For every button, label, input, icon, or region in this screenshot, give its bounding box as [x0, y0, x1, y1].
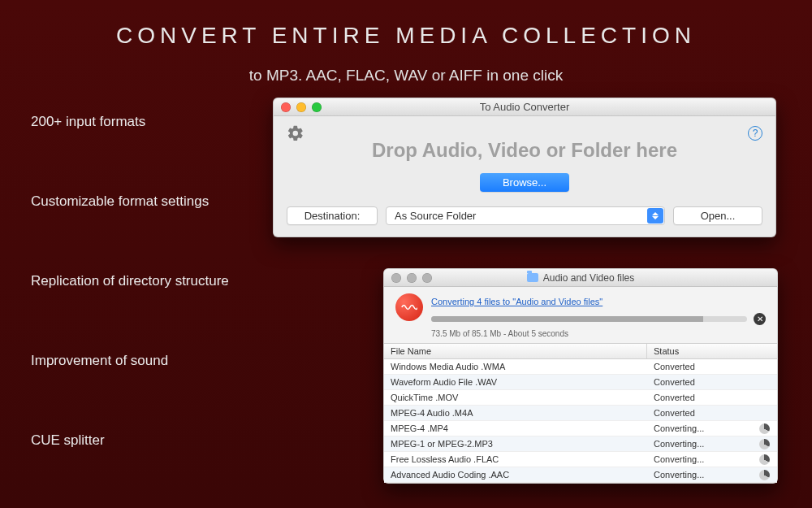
table-row[interactable]: Free Lossless Audio .FLACConverting... — [384, 452, 777, 467]
cell-spinner — [751, 439, 777, 449]
column-header-status[interactable]: Status — [647, 344, 777, 358]
cell-status: Converting... — [647, 467, 751, 482]
progress-subtext: 73.5 Mb of 85.1 Mb - About 5 seconds — [431, 329, 766, 338]
cell-filename: Windows Media Audio .WMA — [384, 359, 647, 374]
app-icon — [395, 293, 423, 321]
feature-item: CUE splitter — [31, 432, 229, 449]
gear-icon[interactable] — [287, 124, 304, 142]
cell-status: Converted — [647, 406, 751, 420]
column-header-name[interactable]: File Name — [384, 344, 647, 358]
spinner-icon — [759, 470, 770, 480]
hero-title: CONVERT ENTIRE MEDIA COLLECTION — [0, 0, 812, 49]
cell-status: Converted — [647, 359, 751, 374]
cell-status: Converted — [647, 390, 751, 405]
window-title: Audio and Video files — [543, 272, 635, 284]
hero-subtitle: to MP3. AAC, FLAC, WAV or AIFF in one cl… — [0, 67, 812, 85]
table-row[interactable]: MPEG-1 or MPEG-2.MP3Converting... — [384, 436, 777, 452]
feature-item: Customizable format settings — [31, 193, 229, 210]
cancel-icon[interactable]: ✕ — [754, 313, 766, 325]
feature-item: 200+ input formats — [31, 114, 229, 130]
titlebar: To Audio Converter — [274, 98, 775, 116]
drop-zone-label[interactable]: Drop Audio, Video or Folder here — [287, 139, 762, 162]
cell-spinner — [751, 454, 777, 465]
cell-spinner — [751, 423, 777, 434]
destination-button[interactable]: Destination: — [287, 206, 378, 225]
cell-filename: MPEG-4 .MP4 — [384, 421, 647, 436]
table-row[interactable]: QuickTime .MOVConverted — [384, 390, 777, 406]
cell-filename: Advanced Audio Coding .AAC — [384, 467, 647, 482]
cell-filename: MPEG-1 or MPEG-2.MP3 — [384, 436, 647, 451]
cell-filename: Free Lossless Audio .FLAC — [384, 452, 647, 467]
cell-status: Converted — [647, 375, 751, 389]
table-row[interactable]: MPEG-4 Audio .M4AConverted — [384, 406, 777, 421]
cell-status: Converting... — [647, 421, 751, 436]
feature-item: Improvement of sound — [31, 353, 229, 369]
progress-title-link[interactable]: Converting 4 files to "Audio and Video f… — [431, 297, 603, 306]
cell-filename: QuickTime .MOV — [384, 390, 647, 405]
table-row[interactable]: Windows Media Audio .WMAConverted — [384, 359, 777, 375]
feature-item: Replication of directory structure — [31, 273, 229, 289]
table-body: Windows Media Audio .WMAConvertedWavefor… — [384, 359, 777, 483]
help-icon[interactable]: ? — [748, 126, 762, 141]
browse-button[interactable]: Browse... — [480, 173, 569, 192]
cell-filename: Waveform Audio File .WAV — [384, 375, 647, 389]
progress-bar — [431, 316, 747, 322]
folder-icon — [527, 273, 538, 282]
spinner-icon — [759, 454, 770, 465]
cell-spinner — [751, 470, 777, 480]
titlebar: Audio and Video files — [384, 269, 777, 287]
spinner-icon — [759, 423, 770, 434]
progress-window: Audio and Video files Converting 4 files… — [383, 268, 778, 484]
cell-filename: MPEG-4 Audio .M4A — [384, 406, 647, 420]
table-row[interactable]: Advanced Audio Coding .AACConverting... — [384, 467, 777, 483]
cell-status: Converting... — [647, 436, 751, 451]
table-header: File Name Status — [384, 343, 777, 359]
spinner-icon — [759, 439, 770, 449]
table-row[interactable]: Waveform Audio File .WAVConverted — [384, 375, 777, 390]
table-row[interactable]: MPEG-4 .MP4Converting... — [384, 421, 777, 436]
open-button[interactable]: Open... — [673, 206, 762, 225]
main-app-window: To Audio Converter ? Drop Audio, Video o… — [273, 98, 776, 237]
chevron-updown-icon[interactable] — [647, 208, 663, 224]
window-title: To Audio Converter — [274, 101, 775, 113]
feature-list: 200+ input formats Customizable format s… — [31, 114, 229, 449]
cell-status: Converting... — [647, 452, 751, 467]
destination-select[interactable]: As Source Folder — [386, 206, 665, 225]
